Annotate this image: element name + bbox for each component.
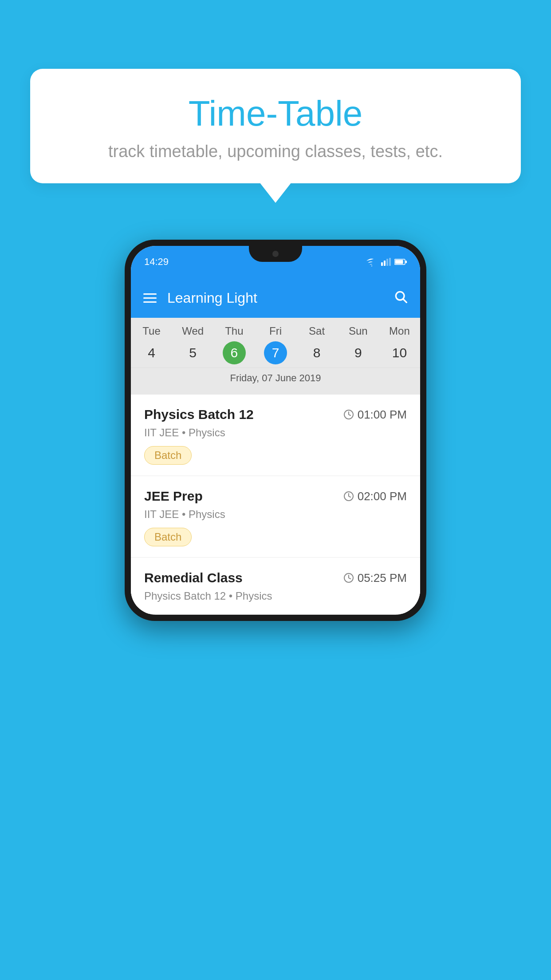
date-6-today[interactable]: 6 — [213, 342, 255, 364]
batch-badge-1: Batch — [144, 446, 192, 465]
app-header: Learning Light — [131, 278, 420, 318]
battery-icon — [394, 258, 407, 265]
clock-icon-2 — [343, 491, 354, 502]
svg-rect-6 — [395, 260, 403, 264]
header-left: Learning Light — [143, 290, 257, 306]
search-icon[interactable] — [394, 289, 408, 307]
clock-icon-1 — [343, 409, 354, 420]
date-5[interactable]: 5 — [172, 342, 213, 364]
day-names-row: Tue Wed Thu Fri Sat Sun Mon — [131, 325, 420, 337]
signal-icon — [381, 258, 391, 266]
day-name-fri: Fri — [255, 325, 296, 337]
schedule-item-1[interactable]: Physics Batch 12 01:00 PM IIT JEE • Phys… — [131, 395, 420, 475]
wifi-icon — [366, 257, 378, 266]
date-4[interactable]: 4 — [131, 342, 172, 364]
app-title: Learning Light — [167, 290, 257, 306]
batch-badge-2: Batch — [144, 528, 192, 546]
status-time: 14:29 — [144, 256, 169, 268]
day-name-sat: Sat — [296, 325, 338, 337]
schedule-item-1-header: Physics Batch 12 01:00 PM — [144, 407, 407, 422]
schedule-subject-3: Physics Batch 12 • Physics — [144, 590, 407, 602]
phone-screen: 14:29 — [131, 246, 420, 615]
date-7-selected[interactable]: 7 — [255, 342, 296, 364]
day-name-sun: Sun — [338, 325, 379, 337]
schedule-item-2-header: JEE Prep 02:00 PM — [144, 489, 407, 504]
menu-button[interactable] — [143, 293, 157, 303]
schedule-item-3[interactable]: Remedial Class 05:25 PM Physics Batch 12… — [131, 558, 420, 614]
schedule-time-3: 05:25 PM — [343, 571, 407, 585]
day-name-thu: Thu — [213, 325, 255, 337]
date-8[interactable]: 8 — [296, 342, 338, 364]
time-label-2: 02:00 PM — [358, 490, 407, 503]
svg-rect-7 — [405, 261, 407, 263]
schedule-item-2[interactable]: JEE Prep 02:00 PM IIT JEE • Physics Batc… — [131, 476, 420, 557]
status-icons — [366, 257, 407, 266]
schedule-subject-2: IIT JEE • Physics — [144, 508, 407, 521]
schedule-title-3: Remedial Class — [144, 570, 243, 585]
status-bar: 14:29 — [131, 246, 420, 278]
speech-bubble: Time-Table track timetable, upcoming cla… — [30, 69, 521, 183]
svg-rect-2 — [384, 261, 386, 266]
bubble-subtitle: track timetable, upcoming classes, tests… — [57, 142, 494, 161]
svg-rect-4 — [389, 258, 391, 266]
schedule-subject-1: IIT JEE • Physics — [144, 427, 407, 439]
camera — [272, 251, 279, 257]
schedule-time-1: 01:00 PM — [343, 408, 407, 422]
phone-frame: 14:29 — [125, 240, 426, 621]
schedule-title-1: Physics Batch 12 — [144, 407, 254, 422]
date-9[interactable]: 9 — [338, 342, 379, 364]
svg-rect-3 — [386, 259, 388, 266]
clock-icon-3 — [343, 573, 354, 583]
selected-date-label: Friday, 07 June 2019 — [131, 368, 420, 390]
day-name-wed: Wed — [172, 325, 213, 337]
day-numbers-row: 4 5 6 7 8 9 10 — [131, 342, 420, 364]
svg-rect-1 — [381, 262, 383, 266]
schedule-list: Physics Batch 12 01:00 PM IIT JEE • Phys… — [131, 395, 420, 614]
phone-mockup: 14:29 — [36, 240, 515, 621]
bubble-title: Time-Table — [57, 93, 494, 134]
day-name-mon: Mon — [379, 325, 420, 337]
day-name-tue: Tue — [131, 325, 172, 337]
schedule-time-2: 02:00 PM — [343, 490, 407, 503]
time-label-3: 05:25 PM — [358, 571, 407, 585]
calendar-header: Tue Wed Thu Fri Sat Sun Mon 4 5 6 7 8 9 … — [131, 318, 420, 395]
time-label-1: 01:00 PM — [358, 408, 407, 422]
schedule-item-3-header: Remedial Class 05:25 PM — [144, 570, 407, 585]
schedule-title-2: JEE Prep — [144, 489, 203, 504]
notch — [249, 246, 302, 262]
date-10[interactable]: 10 — [379, 342, 420, 364]
svg-line-9 — [403, 299, 406, 302]
